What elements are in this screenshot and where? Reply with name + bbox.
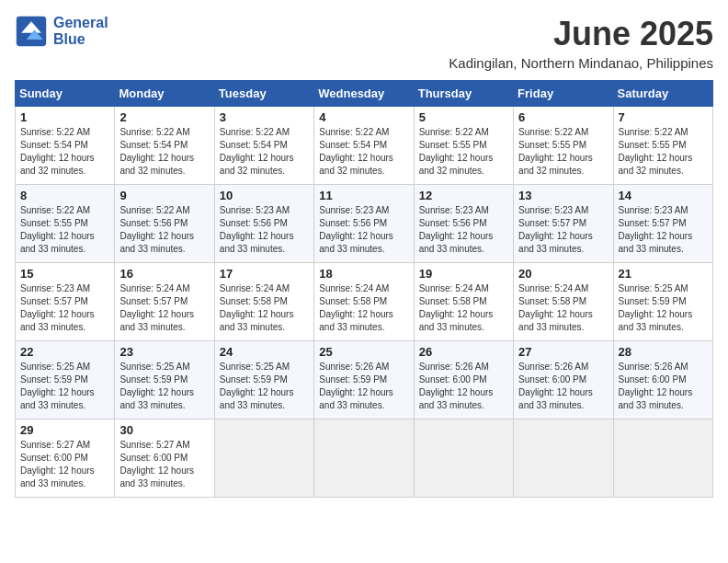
day-info: Sunrise: 5:26 AM Sunset: 6:00 PM Dayligh… xyxy=(419,361,508,412)
calendar-cell: 4 Sunrise: 5:22 AM Sunset: 5:54 PM Dayli… xyxy=(314,107,414,185)
calendar-cell xyxy=(314,419,414,498)
day-number: 4 xyxy=(319,110,408,124)
calendar-cell: 29 Sunrise: 5:27 AM Sunset: 6:00 PM Dayl… xyxy=(16,419,115,498)
calendar-subtitle: Kadingilan, Northern Mindanao, Philippin… xyxy=(449,55,713,71)
calendar-cell: 9 Sunrise: 5:22 AM Sunset: 5:56 PM Dayli… xyxy=(115,185,214,263)
calendar-cell: 13 Sunrise: 5:23 AM Sunset: 5:57 PM Dayl… xyxy=(514,185,613,263)
day-number: 26 xyxy=(419,345,508,359)
week-row-2: 8 Sunrise: 5:22 AM Sunset: 5:55 PM Dayli… xyxy=(16,185,713,263)
day-info: Sunrise: 5:26 AM Sunset: 6:00 PM Dayligh… xyxy=(518,361,608,412)
day-info: Sunrise: 5:26 AM Sunset: 6:00 PM Dayligh… xyxy=(619,361,708,412)
page-header: General Blue June 2025 Kadingilan, North… xyxy=(15,15,713,71)
day-info: Sunrise: 5:25 AM Sunset: 5:59 PM Dayligh… xyxy=(20,361,109,412)
calendar-cell: 25 Sunrise: 5:26 AM Sunset: 5:59 PM Dayl… xyxy=(314,341,414,419)
header-cell-sunday: Sunday xyxy=(16,81,115,107)
day-info: Sunrise: 5:24 AM Sunset: 5:58 PM Dayligh… xyxy=(419,282,508,334)
calendar-cell: 24 Sunrise: 5:25 AM Sunset: 5:59 PM Dayl… xyxy=(214,341,313,419)
day-info: Sunrise: 5:22 AM Sunset: 5:54 PM Dayligh… xyxy=(20,126,109,178)
week-row-4: 22 Sunrise: 5:25 AM Sunset: 5:59 PM Dayl… xyxy=(16,341,713,419)
calendar-cell xyxy=(613,419,712,498)
day-number: 7 xyxy=(619,110,708,124)
header-cell-monday: Monday xyxy=(115,81,214,107)
calendar-cell: 6 Sunrise: 5:22 AM Sunset: 5:55 PM Dayli… xyxy=(514,107,613,185)
day-number: 8 xyxy=(20,189,109,202)
day-number: 13 xyxy=(518,189,608,202)
calendar-cell: 8 Sunrise: 5:22 AM Sunset: 5:55 PM Dayli… xyxy=(16,185,115,263)
day-number: 6 xyxy=(518,110,608,124)
day-number: 16 xyxy=(119,267,209,281)
day-info: Sunrise: 5:23 AM Sunset: 5:57 PM Dayligh… xyxy=(20,282,109,334)
calendar-cell: 17 Sunrise: 5:24 AM Sunset: 5:58 PM Dayl… xyxy=(214,263,313,341)
day-info: Sunrise: 5:22 AM Sunset: 5:54 PM Dayligh… xyxy=(220,126,309,178)
day-info: Sunrise: 5:22 AM Sunset: 5:55 PM Dayligh… xyxy=(20,204,109,256)
calendar-cell: 10 Sunrise: 5:23 AM Sunset: 5:56 PM Dayl… xyxy=(214,185,313,263)
day-number: 29 xyxy=(20,423,109,437)
day-info: Sunrise: 5:22 AM Sunset: 5:56 PM Dayligh… xyxy=(119,204,209,256)
calendar-cell: 5 Sunrise: 5:22 AM Sunset: 5:55 PM Dayli… xyxy=(414,107,513,185)
calendar-cell: 14 Sunrise: 5:23 AM Sunset: 5:57 PM Dayl… xyxy=(613,185,712,263)
day-number: 5 xyxy=(419,110,508,124)
logo: General Blue xyxy=(15,15,108,48)
day-info: Sunrise: 5:26 AM Sunset: 5:59 PM Dayligh… xyxy=(319,361,408,412)
day-info: Sunrise: 5:23 AM Sunset: 5:56 PM Dayligh… xyxy=(419,204,508,256)
week-row-1: 1 Sunrise: 5:22 AM Sunset: 5:54 PM Dayli… xyxy=(16,107,713,185)
calendar-cell: 27 Sunrise: 5:26 AM Sunset: 6:00 PM Dayl… xyxy=(514,341,613,419)
logo-icon xyxy=(15,15,48,48)
header-cell-wednesday: Wednesday xyxy=(314,81,414,107)
calendar-cell: 26 Sunrise: 5:26 AM Sunset: 6:00 PM Dayl… xyxy=(414,341,513,419)
calendar-cell: 21 Sunrise: 5:25 AM Sunset: 5:59 PM Dayl… xyxy=(613,263,712,341)
day-info: Sunrise: 5:22 AM Sunset: 5:54 PM Dayligh… xyxy=(319,126,408,178)
header-cell-friday: Friday xyxy=(514,81,613,107)
calendar-cell xyxy=(414,419,513,498)
day-number: 17 xyxy=(220,267,309,281)
calendar-cell: 1 Sunrise: 5:22 AM Sunset: 5:54 PM Dayli… xyxy=(16,107,115,185)
day-number: 20 xyxy=(518,267,608,281)
calendar-cell: 15 Sunrise: 5:23 AM Sunset: 5:57 PM Dayl… xyxy=(16,263,115,341)
day-number: 11 xyxy=(319,189,408,202)
calendar-cell xyxy=(214,419,313,498)
calendar-cell: 2 Sunrise: 5:22 AM Sunset: 5:54 PM Dayli… xyxy=(115,107,214,185)
header-cell-saturday: Saturday xyxy=(613,81,712,107)
day-info: Sunrise: 5:22 AM Sunset: 5:55 PM Dayligh… xyxy=(419,126,508,178)
day-number: 3 xyxy=(220,110,309,124)
day-number: 15 xyxy=(20,267,109,281)
day-number: 24 xyxy=(220,345,309,359)
calendar-cell: 11 Sunrise: 5:23 AM Sunset: 5:56 PM Dayl… xyxy=(314,185,414,263)
calendar-cell: 28 Sunrise: 5:26 AM Sunset: 6:00 PM Dayl… xyxy=(613,341,712,419)
logo-text: General Blue xyxy=(53,15,108,48)
calendar-cell: 20 Sunrise: 5:24 AM Sunset: 5:58 PM Dayl… xyxy=(514,263,613,341)
calendar-cell: 3 Sunrise: 5:22 AM Sunset: 5:54 PM Dayli… xyxy=(214,107,313,185)
week-row-5: 29 Sunrise: 5:27 AM Sunset: 6:00 PM Dayl… xyxy=(16,419,713,498)
day-info: Sunrise: 5:27 AM Sunset: 6:00 PM Dayligh… xyxy=(119,439,209,490)
calendar-cell: 19 Sunrise: 5:24 AM Sunset: 5:58 PM Dayl… xyxy=(414,263,513,341)
day-info: Sunrise: 5:24 AM Sunset: 5:58 PM Dayligh… xyxy=(518,282,608,334)
calendar-cell: 18 Sunrise: 5:24 AM Sunset: 5:58 PM Dayl… xyxy=(314,263,414,341)
week-row-3: 15 Sunrise: 5:23 AM Sunset: 5:57 PM Dayl… xyxy=(16,263,713,341)
day-number: 25 xyxy=(319,345,408,359)
day-info: Sunrise: 5:24 AM Sunset: 5:58 PM Dayligh… xyxy=(220,282,309,334)
calendar-cell: 7 Sunrise: 5:22 AM Sunset: 5:55 PM Dayli… xyxy=(613,107,712,185)
calendar-cell: 22 Sunrise: 5:25 AM Sunset: 5:59 PM Dayl… xyxy=(16,341,115,419)
title-area: June 2025 Kadingilan, Northern Mindanao,… xyxy=(449,15,713,71)
day-info: Sunrise: 5:25 AM Sunset: 5:59 PM Dayligh… xyxy=(619,282,708,334)
day-info: Sunrise: 5:22 AM Sunset: 5:55 PM Dayligh… xyxy=(518,126,608,178)
header-cell-tuesday: Tuesday xyxy=(214,81,313,107)
day-info: Sunrise: 5:24 AM Sunset: 5:58 PM Dayligh… xyxy=(319,282,408,334)
calendar-cell: 12 Sunrise: 5:23 AM Sunset: 5:56 PM Dayl… xyxy=(414,185,513,263)
calendar-cell: 23 Sunrise: 5:25 AM Sunset: 5:59 PM Dayl… xyxy=(115,341,214,419)
day-number: 18 xyxy=(319,267,408,281)
calendar-table: SundayMondayTuesdayWednesdayThursdayFrid… xyxy=(15,80,713,498)
day-number: 2 xyxy=(119,110,209,124)
day-info: Sunrise: 5:22 AM Sunset: 5:55 PM Dayligh… xyxy=(619,126,708,178)
day-number: 1 xyxy=(20,110,109,124)
day-number: 9 xyxy=(119,189,209,202)
calendar-cell: 30 Sunrise: 5:27 AM Sunset: 6:00 PM Dayl… xyxy=(115,419,214,498)
day-info: Sunrise: 5:27 AM Sunset: 6:00 PM Dayligh… xyxy=(20,439,109,490)
day-info: Sunrise: 5:23 AM Sunset: 5:57 PM Dayligh… xyxy=(518,204,608,256)
day-info: Sunrise: 5:23 AM Sunset: 5:57 PM Dayligh… xyxy=(619,204,708,256)
day-number: 27 xyxy=(518,345,608,359)
day-number: 22 xyxy=(20,345,109,359)
day-info: Sunrise: 5:24 AM Sunset: 5:57 PM Dayligh… xyxy=(119,282,209,334)
header-cell-thursday: Thursday xyxy=(414,81,513,107)
day-number: 28 xyxy=(619,345,708,359)
